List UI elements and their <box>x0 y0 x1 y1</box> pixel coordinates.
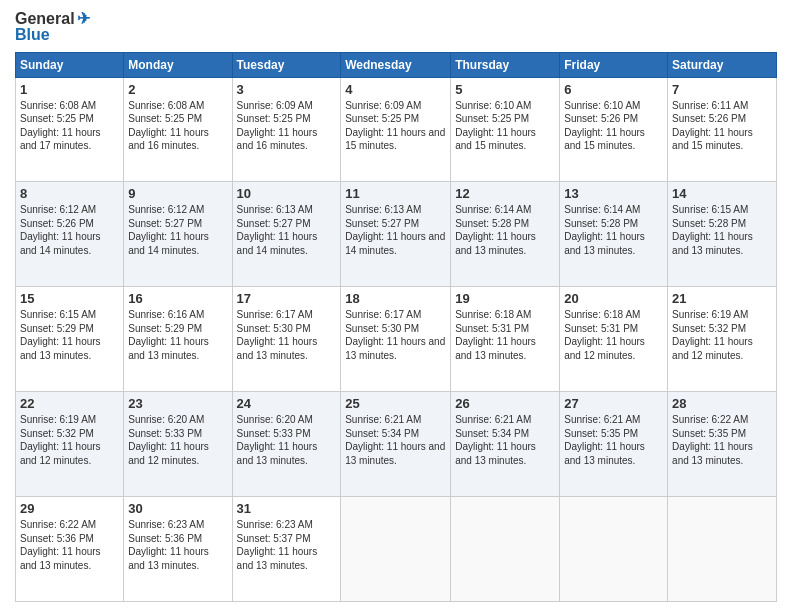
daylight-label: Daylight: 11 hours and 13 minutes. <box>672 231 753 256</box>
sunset-label: Sunset: 5:33 PM <box>128 428 202 439</box>
calendar-cell: 17 Sunrise: 6:17 AM Sunset: 5:30 PM Dayl… <box>232 287 341 392</box>
calendar-cell: 2 Sunrise: 6:08 AM Sunset: 5:25 PM Dayli… <box>124 77 232 182</box>
daylight-label: Daylight: 11 hours and 14 minutes. <box>345 231 445 256</box>
calendar-header-sunday: Sunday <box>16 52 124 77</box>
sunset-label: Sunset: 5:28 PM <box>455 218 529 229</box>
day-info: Sunrise: 6:21 AM Sunset: 5:34 PM Dayligh… <box>455 413 555 467</box>
sunset-label: Sunset: 5:28 PM <box>564 218 638 229</box>
day-info: Sunrise: 6:20 AM Sunset: 5:33 PM Dayligh… <box>128 413 227 467</box>
calendar-cell: 30 Sunrise: 6:23 AM Sunset: 5:36 PM Dayl… <box>124 497 232 602</box>
day-info: Sunrise: 6:19 AM Sunset: 5:32 PM Dayligh… <box>20 413 119 467</box>
calendar-cell: 15 Sunrise: 6:15 AM Sunset: 5:29 PM Dayl… <box>16 287 124 392</box>
day-number: 6 <box>564 82 663 97</box>
calendar-cell: 10 Sunrise: 6:13 AM Sunset: 5:27 PM Dayl… <box>232 182 341 287</box>
daylight-label: Daylight: 11 hours and 13 minutes. <box>345 441 445 466</box>
calendar-cell: 8 Sunrise: 6:12 AM Sunset: 5:26 PM Dayli… <box>16 182 124 287</box>
day-info: Sunrise: 6:17 AM Sunset: 5:30 PM Dayligh… <box>237 308 337 362</box>
sunrise-label: Sunrise: 6:13 AM <box>237 204 313 215</box>
day-number: 12 <box>455 186 555 201</box>
sunrise-label: Sunrise: 6:14 AM <box>564 204 640 215</box>
day-number: 27 <box>564 396 663 411</box>
sunrise-label: Sunrise: 6:12 AM <box>128 204 204 215</box>
sunset-label: Sunset: 5:27 PM <box>345 218 419 229</box>
day-number: 5 <box>455 82 555 97</box>
day-number: 3 <box>237 82 337 97</box>
sunset-label: Sunset: 5:29 PM <box>20 323 94 334</box>
calendar-cell: 23 Sunrise: 6:20 AM Sunset: 5:33 PM Dayl… <box>124 392 232 497</box>
day-info: Sunrise: 6:21 AM Sunset: 5:35 PM Dayligh… <box>564 413 663 467</box>
day-info: Sunrise: 6:17 AM Sunset: 5:30 PM Dayligh… <box>345 308 446 362</box>
day-info: Sunrise: 6:23 AM Sunset: 5:37 PM Dayligh… <box>237 518 337 572</box>
calendar-cell: 9 Sunrise: 6:12 AM Sunset: 5:27 PM Dayli… <box>124 182 232 287</box>
sunrise-label: Sunrise: 6:22 AM <box>20 519 96 530</box>
day-number: 26 <box>455 396 555 411</box>
daylight-label: Daylight: 11 hours and 13 minutes. <box>672 441 753 466</box>
sunset-label: Sunset: 5:28 PM <box>672 218 746 229</box>
sunrise-label: Sunrise: 6:09 AM <box>345 100 421 111</box>
day-number: 10 <box>237 186 337 201</box>
day-number: 30 <box>128 501 227 516</box>
sunrise-label: Sunrise: 6:20 AM <box>237 414 313 425</box>
sunrise-label: Sunrise: 6:14 AM <box>455 204 531 215</box>
sunrise-label: Sunrise: 6:21 AM <box>455 414 531 425</box>
daylight-label: Daylight: 11 hours and 14 minutes. <box>237 231 318 256</box>
calendar-cell: 20 Sunrise: 6:18 AM Sunset: 5:31 PM Dayl… <box>560 287 668 392</box>
daylight-label: Daylight: 11 hours and 15 minutes. <box>455 127 536 152</box>
daylight-label: Daylight: 11 hours and 16 minutes. <box>128 127 209 152</box>
day-number: 23 <box>128 396 227 411</box>
sunset-label: Sunset: 5:36 PM <box>20 533 94 544</box>
day-info: Sunrise: 6:09 AM Sunset: 5:25 PM Dayligh… <box>237 99 337 153</box>
day-number: 22 <box>20 396 119 411</box>
daylight-label: Daylight: 11 hours and 15 minutes. <box>564 127 645 152</box>
day-number: 28 <box>672 396 772 411</box>
calendar-cell: 14 Sunrise: 6:15 AM Sunset: 5:28 PM Dayl… <box>668 182 777 287</box>
calendar-cell: 4 Sunrise: 6:09 AM Sunset: 5:25 PM Dayli… <box>341 77 451 182</box>
daylight-label: Daylight: 11 hours and 13 minutes. <box>128 546 209 571</box>
day-info: Sunrise: 6:15 AM Sunset: 5:29 PM Dayligh… <box>20 308 119 362</box>
day-info: Sunrise: 6:22 AM Sunset: 5:36 PM Dayligh… <box>20 518 119 572</box>
calendar-week-3: 15 Sunrise: 6:15 AM Sunset: 5:29 PM Dayl… <box>16 287 777 392</box>
daylight-label: Daylight: 11 hours and 14 minutes. <box>20 231 101 256</box>
sunset-label: Sunset: 5:30 PM <box>345 323 419 334</box>
sunrise-label: Sunrise: 6:17 AM <box>345 309 421 320</box>
day-info: Sunrise: 6:11 AM Sunset: 5:26 PM Dayligh… <box>672 99 772 153</box>
day-info: Sunrise: 6:12 AM Sunset: 5:27 PM Dayligh… <box>128 203 227 257</box>
calendar-cell: 19 Sunrise: 6:18 AM Sunset: 5:31 PM Dayl… <box>451 287 560 392</box>
day-number: 25 <box>345 396 446 411</box>
sunset-label: Sunset: 5:25 PM <box>128 113 202 124</box>
logo-blue: Blue <box>15 26 50 44</box>
sunrise-label: Sunrise: 6:13 AM <box>345 204 421 215</box>
day-number: 2 <box>128 82 227 97</box>
calendar-cell: 21 Sunrise: 6:19 AM Sunset: 5:32 PM Dayl… <box>668 287 777 392</box>
day-info: Sunrise: 6:13 AM Sunset: 5:27 PM Dayligh… <box>345 203 446 257</box>
calendar-cell: 31 Sunrise: 6:23 AM Sunset: 5:37 PM Dayl… <box>232 497 341 602</box>
day-info: Sunrise: 6:14 AM Sunset: 5:28 PM Dayligh… <box>564 203 663 257</box>
daylight-label: Daylight: 11 hours and 12 minutes. <box>564 336 645 361</box>
calendar-week-1: 1 Sunrise: 6:08 AM Sunset: 5:25 PM Dayli… <box>16 77 777 182</box>
daylight-label: Daylight: 11 hours and 13 minutes. <box>237 336 318 361</box>
day-info: Sunrise: 6:09 AM Sunset: 5:25 PM Dayligh… <box>345 99 446 153</box>
calendar-header-saturday: Saturday <box>668 52 777 77</box>
day-info: Sunrise: 6:18 AM Sunset: 5:31 PM Dayligh… <box>564 308 663 362</box>
calendar-cell: 29 Sunrise: 6:22 AM Sunset: 5:36 PM Dayl… <box>16 497 124 602</box>
calendar-cell: 11 Sunrise: 6:13 AM Sunset: 5:27 PM Dayl… <box>341 182 451 287</box>
daylight-label: Daylight: 11 hours and 13 minutes. <box>20 546 101 571</box>
day-number: 20 <box>564 291 663 306</box>
calendar-header-thursday: Thursday <box>451 52 560 77</box>
daylight-label: Daylight: 11 hours and 16 minutes. <box>237 127 318 152</box>
daylight-label: Daylight: 11 hours and 13 minutes. <box>237 441 318 466</box>
day-number: 11 <box>345 186 446 201</box>
day-info: Sunrise: 6:10 AM Sunset: 5:26 PM Dayligh… <box>564 99 663 153</box>
calendar-cell <box>668 497 777 602</box>
daylight-label: Daylight: 11 hours and 13 minutes. <box>455 231 536 256</box>
day-number: 4 <box>345 82 446 97</box>
daylight-label: Daylight: 11 hours and 13 minutes. <box>20 336 101 361</box>
sunset-label: Sunset: 5:26 PM <box>672 113 746 124</box>
calendar-header-friday: Friday <box>560 52 668 77</box>
day-number: 1 <box>20 82 119 97</box>
sunset-label: Sunset: 5:31 PM <box>455 323 529 334</box>
sunset-label: Sunset: 5:25 PM <box>237 113 311 124</box>
sunset-label: Sunset: 5:33 PM <box>237 428 311 439</box>
sunset-label: Sunset: 5:37 PM <box>237 533 311 544</box>
daylight-label: Daylight: 11 hours and 13 minutes. <box>128 336 209 361</box>
